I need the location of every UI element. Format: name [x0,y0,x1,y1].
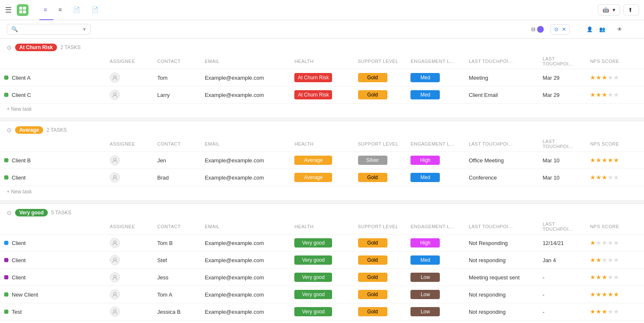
person-icon: 👤 [587,26,593,32]
touch2-cell: 12/14/21 [538,234,586,252]
task-name-cell: Client B [0,152,106,169]
star: ★ [590,174,595,181]
new-task-button[interactable]: + New task [0,320,644,323]
star: ★ [613,308,619,315]
logo-icon [17,4,29,16]
support-cell: Gold [354,234,407,252]
star: ★ [613,239,619,247]
col-header-name [0,136,106,152]
star: ★ [596,256,601,264]
filter-button[interactable]: ⊟ [528,24,547,34]
section-header: ⊙ Average 2 TASKS [0,121,644,136]
table-row: Client Jess Example@example.com Very goo… [0,269,644,286]
col-header-nps: NPS SCORE [586,54,644,69]
svg-rect-3 [23,10,26,13]
engagement-cell: High [406,234,464,252]
task-color-dot [4,175,8,180]
task-name-cell: Client C [0,86,106,104]
touch1-cell: Meeting request sent [465,269,538,286]
star-rating: ★★★★★ [590,256,640,264]
new-task-button[interactable]: + New task [0,104,644,118]
col-header-contact: CONTACT [153,136,200,152]
sections-container: ⊙ At Churn Risk 2 TASKS ASSIGNEE CONTACT… [0,39,644,323]
nps-cell: ★★★★★ [586,303,644,320]
tab-engagement[interactable]: ≡ [39,0,53,20]
section-toggle[interactable]: ⊙ [7,44,12,51]
hamburger-icon[interactable]: ☰ [5,5,12,15]
contact-cell: Jessica B [153,303,200,320]
col-header-touch2: LAST TOUCHPOI... [538,54,586,69]
touch2-cell: Mar 10 [538,152,586,169]
engagement-cell: Low [406,286,464,303]
star: ★ [590,156,595,164]
nps-cell: ★★★★★ [586,169,644,186]
svg-point-5 [114,93,116,95]
star: ★ [613,256,619,264]
group-by-button[interactable]: ⊙ ✕ [551,24,570,34]
nps-cell: ★★★★★ [586,234,644,252]
col-header-nps: NPS SCORE [586,219,644,234]
search-box[interactable]: 🔍 ▾ [7,24,91,34]
contact-cell: Larry [153,86,200,104]
col-header-engagement: ENGAGEMENT L... [406,136,464,152]
engagement-pill: High [410,238,440,247]
contact-cell: Jen [153,152,200,169]
avatar [110,155,120,165]
col-header-touch2: LAST TOUCHPOI... [538,219,586,234]
support-cell: Gold [354,303,407,320]
col-header-name [0,219,106,234]
star: ★ [596,156,601,164]
section-toggle[interactable]: ⊙ [7,127,12,133]
section-header: ⊙ Very good 5 TASKS [0,204,644,219]
support-pill: Silver [358,156,387,165]
table-wrap: ASSIGNEE CONTACT EMAIL HEALTH SUPPORT LE… [0,136,644,186]
share-icon: ⬆ [628,7,633,13]
nps-cell: ★★★★★ [586,269,644,286]
task-color-dot [4,76,8,80]
app-logo [17,4,31,16]
tab-renewal[interactable]: ≡ [54,0,68,20]
nav-right: 🤖 ▾ ⬆ [598,4,639,16]
col-header-touch2: LAST TOUCHPOI... [538,136,586,152]
section-toggle[interactable]: ⊙ [7,209,12,216]
task-count: 2 TASKS [47,127,67,133]
contact-cell: Brad [153,169,200,186]
support-pill: Gold [358,173,387,182]
table-wrap: ASSIGNEE CONTACT EMAIL HEALTH SUPPORT LE… [0,54,644,104]
engagement-cell: High [406,152,464,169]
svg-point-8 [114,241,116,243]
star-rating: ★★★★★ [590,239,640,247]
support-pill: Gold [358,90,387,99]
tab-playbook[interactable]: 📄 [69,0,86,20]
table-row: New Client Tom A Example@example.com Ver… [0,286,644,303]
tab-feedback[interactable]: 📄 [87,0,105,20]
task-color-dot [4,93,8,97]
support-cell: Gold [354,69,407,86]
automate-button[interactable]: 🤖 ▾ [598,4,620,16]
new-task-button[interactable]: + New task [0,186,644,201]
show-button[interactable]: 👁 [614,25,627,34]
star: ★ [608,256,613,264]
me-button[interactable]: 👤 · 👥 [583,25,610,34]
task-color-dot [4,241,8,245]
col-header-email: EMAIL [200,219,290,234]
star: ★ [608,274,613,281]
tab-view[interactable] [106,0,114,20]
col-header-support: SUPPORT LEVEL [354,219,407,234]
star: ★ [602,174,607,181]
touch1-cell: Meeting [465,69,538,86]
more-button[interactable] [631,28,637,31]
avatar [110,172,120,182]
star: ★ [608,174,613,181]
task-name-cell: Client [0,269,106,286]
email-cell: Example@example.com [200,169,290,186]
star: ★ [608,239,613,247]
col-header-health: HEALTH [290,136,353,152]
share-button[interactable]: ⬆ [623,4,639,16]
subtasks-button[interactable] [573,28,580,31]
health-pill: Very good [294,238,332,247]
support-cell: Silver [354,152,407,169]
star: ★ [596,174,601,181]
contact-cell: Tom B [153,234,200,252]
task-name: Client [12,257,26,263]
